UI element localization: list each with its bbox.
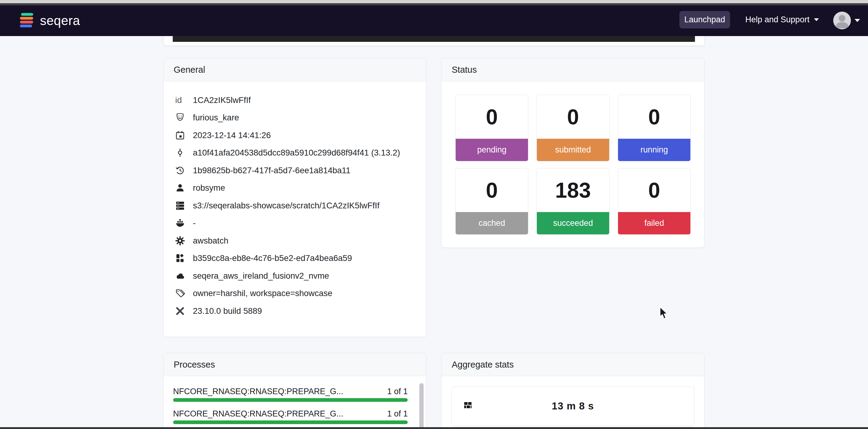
help-and-support-label: Help and Support <box>745 15 809 24</box>
user-icon <box>175 183 185 193</box>
walltime-value: 13 m 8 s <box>452 400 694 412</box>
process-progress-fill <box>173 421 408 424</box>
process-progress-track <box>173 421 408 424</box>
tags-icon <box>175 288 185 298</box>
status-card-pending: 0 pending <box>455 95 528 161</box>
general-row-date: 2023-12-14 14:41:26 <box>175 126 417 144</box>
top-navbar: seqera Launchpad Help and Support <box>0 5 868 36</box>
scrolled-log-card <box>163 36 705 46</box>
shapes-icon <box>175 253 185 263</box>
seqera-logo-icon <box>18 11 35 30</box>
docker-icon <box>175 218 185 228</box>
container-value: - <box>193 218 196 228</box>
status-count: 0 <box>456 168 528 212</box>
user-menu[interactable] <box>833 11 860 30</box>
status-label: submitted <box>537 139 609 161</box>
general-row-nextflow-version: 23.10.0 build 5889 <box>175 302 417 320</box>
status-label: running <box>618 139 690 161</box>
compute-env-name-value: seqera_aws_ireland_fusionv2_nvme <box>193 271 329 281</box>
username-value: robsyme <box>193 183 225 193</box>
general-panel-body: id 1CA2zIK5lwFfIf furious_kare <box>163 81 426 320</box>
process-item: NFCORE_RNASEQ:RNASEQ:PREPARE_G... 1 of 1 <box>173 409 408 424</box>
process-item: NFCORE_RNASEQ:RNASEQ:PREPARE_G... 1 of 1 <box>173 387 408 402</box>
walltime-stat-card: 13 m 8 s <box>452 387 694 426</box>
process-count: 1 of 1 <box>387 387 408 396</box>
status-card-submitted: 0 submitted <box>536 95 610 161</box>
aggregate-stats-header: Aggregate stats <box>442 353 704 376</box>
processes-panel-header: Processes <box>163 353 426 376</box>
status-count: 0 <box>456 95 528 139</box>
status-count: 0 <box>618 95 690 139</box>
processes-panel: Processes NFCORE_RNASEQ:RNASEQ:PREPARE_G… <box>163 353 426 429</box>
window-bottom-strip <box>0 427 868 429</box>
status-label: failed <box>618 212 690 234</box>
run-name-value: furious_kare <box>193 113 239 122</box>
general-row-executor: awsbatch <box>175 232 417 250</box>
general-row-id: id 1CA2zIK5lwFfIf <box>175 91 417 109</box>
status-panel: Status 0 pending 0 submitted 0 running 0… <box>441 58 705 248</box>
mouse-cursor <box>659 306 670 322</box>
history-icon <box>175 166 185 175</box>
chevron-down-icon <box>855 19 860 22</box>
nextflow-version-value: 23.10.0 build 5889 <box>193 306 262 316</box>
bricks-icon <box>463 401 473 411</box>
calendar-icon <box>175 131 185 140</box>
run-id-value: 1CA2zIK5lwFfIf <box>193 95 251 105</box>
general-panel: General id 1CA2zIK5lwFfIf furious_kare <box>163 58 426 337</box>
git-commit-icon <box>175 148 185 158</box>
status-label: cached <box>456 212 528 234</box>
aggregate-stats-panel: Aggregate stats 13 m 8 s <box>441 353 705 429</box>
cloud-icon <box>175 271 185 281</box>
general-row-labels: owner=harshil, workspace=showcase <box>175 285 417 303</box>
status-card-running: 0 running <box>618 95 691 161</box>
status-card-failed: 0 failed <box>618 168 691 235</box>
help-and-support-menu[interactable]: Help and Support <box>745 11 819 28</box>
window-edge-strip <box>0 0 868 3</box>
general-row-commit: a10f41afa204538d5dcc89a5910c299d68f94f41… <box>175 144 417 162</box>
process-name[interactable]: NFCORE_RNASEQ:RNASEQ:PREPARE_G... <box>173 387 343 396</box>
brand-name: seqera <box>40 13 80 28</box>
general-row-container: - <box>175 214 417 232</box>
status-count: 0 <box>537 95 609 139</box>
workdir-value: s3://seqeralabs-showcase/scratch/1CA2zIK… <box>193 201 379 210</box>
server-icon <box>175 201 185 210</box>
general-row-runname: furious_kare <box>175 109 417 127</box>
general-row-user: robsyme <box>175 179 417 197</box>
launchpad-button[interactable]: Launchpad <box>679 11 730 28</box>
status-card-cached: 0 cached <box>455 168 528 235</box>
general-panel-header: General <box>163 58 426 81</box>
compute-env-id-value: b359cc8a-eb8e-4c76-b5e2-ed7a4bea6a59 <box>193 253 352 263</box>
general-row-compute-env-id: b359cc8a-eb8e-4c76-b5e2-ed7a4bea6a59 <box>175 250 417 267</box>
id-label: id <box>175 95 185 105</box>
avatar <box>833 11 851 29</box>
status-count: 0 <box>618 168 690 212</box>
processes-list: NFCORE_RNASEQ:RNASEQ:PREPARE_G... 1 of 1… <box>163 376 426 424</box>
chevron-down-icon <box>814 18 819 21</box>
status-label: pending <box>456 139 528 161</box>
session-id-value: 1b98625b-b627-417f-a5d7-6ee1a814ba11 <box>193 166 350 175</box>
nextflow-icon <box>175 306 185 316</box>
general-row-workdir: s3://seqeralabs-showcase/scratch/1CA2zIK… <box>175 197 417 214</box>
process-progress-fill <box>173 398 408 402</box>
user-silhouette-icon <box>833 11 851 29</box>
executor-value: awsbatch <box>193 236 228 246</box>
terminal-strip <box>173 36 695 42</box>
gear-icon <box>175 236 185 246</box>
commit-value: a10f41afa204538d5dcc89a5910c299d68f94f41… <box>193 148 400 158</box>
status-panel-header: Status <box>442 58 704 81</box>
process-progress-track <box>173 398 408 402</box>
seqera-logo[interactable]: seqera <box>18 5 80 36</box>
general-row-compute-env: seqera_aws_ireland_fusionv2_nvme <box>175 267 417 285</box>
start-date-value: 2023-12-14 14:41:26 <box>193 131 271 140</box>
masks-icon <box>175 113 185 122</box>
status-label: succeeded <box>537 212 609 234</box>
process-name[interactable]: NFCORE_RNASEQ:RNASEQ:PREPARE_G... <box>173 409 343 419</box>
status-count: 183 <box>537 168 609 212</box>
general-row-session: 1b98625b-b627-417f-a5d7-6ee1a814ba11 <box>175 162 417 179</box>
scrollbar-thumb[interactable] <box>420 383 424 429</box>
status-card-succeeded: 183 succeeded <box>536 168 610 235</box>
process-count: 1 of 1 <box>387 409 408 419</box>
status-cards-grid: 0 pending 0 submitted 0 running 0 cached… <box>442 81 704 235</box>
labels-value: owner=harshil, workspace=showcase <box>193 288 332 298</box>
